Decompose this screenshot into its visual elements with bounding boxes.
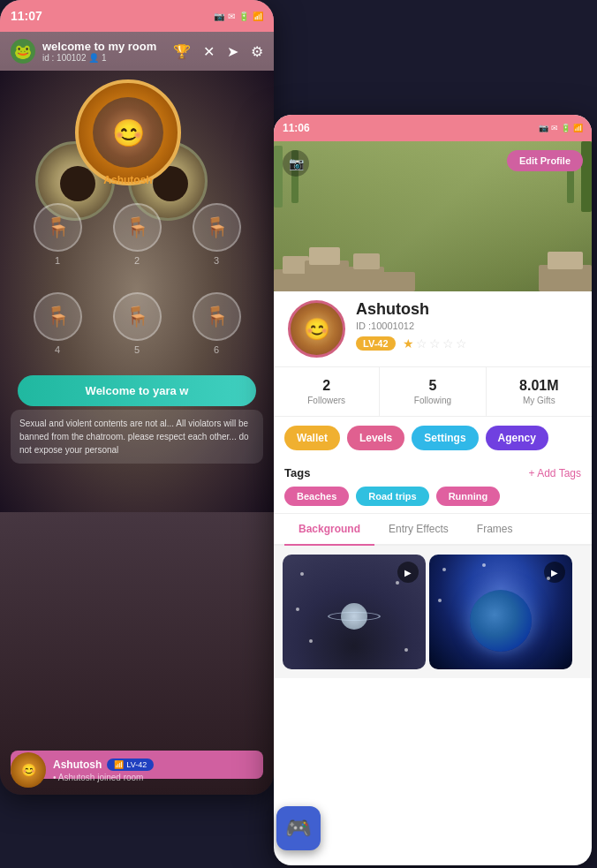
- profile-info-section: 😊 Ashutosh ID :10001012 LV-42 ★ ☆ ☆ ☆ ☆: [274, 291, 592, 366]
- notice-box: Sexual and violent contents are not al..…: [11, 410, 263, 464]
- profile-avatar-wrap: 😊: [288, 300, 345, 358]
- settings-button[interactable]: Settings: [412, 426, 478, 450]
- add-tags-button[interactable]: + Add Tags: [529, 467, 582, 479]
- play-button-1[interactable]: ▶: [397, 562, 419, 583]
- profile-avatar: 😊: [288, 300, 345, 358]
- share-icon[interactable]: ➤: [227, 43, 238, 60]
- room-host-avatar: 🐸: [11, 39, 35, 64]
- tags-list: Beaches Road trips Running: [284, 487, 581, 506]
- host-name: Ashutosh: [103, 174, 152, 186]
- game-controller-icon[interactable]: 🎮: [276, 806, 321, 850]
- join-user-avatar: 😊: [11, 752, 46, 788]
- front-phone: 11:06 📷✉🔋📶 📷 Edit Profile: [274, 115, 592, 865]
- profile-id: ID :10001012: [356, 321, 578, 331]
- seat-row-2: 🪑 4 🪑 5 🪑 6: [18, 292, 256, 355]
- agency-button[interactable]: Agency: [486, 426, 548, 450]
- stat-followers[interactable]: 2 Followers: [274, 367, 380, 416]
- stat-gifts[interactable]: 8.01M My Gifts: [487, 367, 592, 416]
- join-sub-text: • Ashutosh joined room: [53, 773, 154, 782]
- room-header: 🐸 welcome to my room id : 100102 👤 1 🏆 ✕…: [0, 32, 274, 71]
- join-text-area: Ashutosh 📶 LV-42 • Ashutosh joined room: [53, 759, 154, 782]
- profile-name: Ashutosh: [356, 300, 578, 319]
- room-content: 😊 Ashutosh 🪑 1 🪑 2 🪑 3: [0, 71, 274, 512]
- seat-4[interactable]: 🪑 4: [34, 292, 82, 355]
- room-id: id : 100102 👤 1: [42, 53, 156, 63]
- room-header-left: 🐸 welcome to my room id : 100102 👤 1: [11, 39, 156, 64]
- camera-icon[interactable]: 📷: [283, 150, 309, 177]
- front-status-icons: 📷✉🔋📶: [539, 124, 583, 132]
- back-time: 11:07: [11, 9, 42, 23]
- room-title: welcome to my room: [42, 40, 156, 53]
- tab-frames[interactable]: Frames: [463, 514, 527, 546]
- wallet-button[interactable]: Wallet: [284, 426, 340, 450]
- stats-row: 2 Followers 5 Following 8.01M My Gifts: [274, 366, 592, 417]
- back-phone: 11:07 📷✉🔋📶 🐸 welcome to my room id : 100…: [0, 0, 274, 795]
- gifts-value: 8.01M: [490, 378, 588, 394]
- close-icon[interactable]: ✕: [203, 43, 215, 60]
- star-rating: ★ ☆ ☆ ☆ ☆: [403, 336, 467, 351]
- front-status-bar: 11:06 📷✉🔋📶: [274, 115, 592, 141]
- profile-details: Ashutosh ID :10001012 LV-42 ★ ☆ ☆ ☆ ☆: [356, 300, 578, 351]
- join-username: Ashutosh: [53, 759, 102, 771]
- tags-section: Tags + Add Tags Beaches Road trips Runni…: [274, 459, 592, 514]
- followers-label: Followers: [277, 396, 375, 405]
- seat-6[interactable]: 🪑 6: [193, 292, 241, 355]
- front-time: 11:06: [283, 122, 310, 134]
- signal-level-badge: 📶 LV-42: [107, 759, 154, 771]
- tag-road-trips[interactable]: Road trips: [356, 487, 428, 506]
- host-avatar: 😊 Ashutosh: [75, 79, 190, 194]
- action-buttons-row: Wallet Levels Settings Agency: [274, 417, 592, 459]
- following-label: Following: [383, 396, 481, 405]
- room-title-area: welcome to my room id : 100102 👤 1: [42, 40, 156, 63]
- seat-row-1: 🪑 1 🪑 2 🪑 3: [18, 203, 256, 266]
- seat-1[interactable]: 🪑 1: [34, 203, 82, 266]
- room-header-actions: 🏆 ✕ ➤ ⚙: [173, 43, 263, 60]
- trophy-icon[interactable]: 🏆: [173, 43, 191, 60]
- back-status-bar: 11:07 📷✉🔋📶: [0, 0, 274, 32]
- join-message: 😊 Ashutosh 📶 LV-42 • Ashutosh joined roo…: [0, 745, 274, 795]
- seat-2[interactable]: 🪑 2: [113, 203, 162, 266]
- followers-value: 2: [277, 378, 375, 394]
- level-badge: LV-42: [356, 336, 396, 351]
- settings-icon[interactable]: ⚙: [251, 43, 263, 60]
- profile-header-image: 📷 Edit Profile: [274, 141, 592, 291]
- bg-thumbnail-2[interactable]: ▶: [429, 555, 572, 669]
- seat-5[interactable]: 🪑 5: [113, 292, 162, 355]
- tag-running[interactable]: Running: [436, 487, 501, 506]
- back-status-icons: 📷✉🔋📶: [214, 11, 263, 21]
- bg-thumbnail-1[interactable]: ▶: [283, 555, 426, 669]
- profile-level-row: LV-42 ★ ☆ ☆ ☆ ☆: [356, 336, 578, 351]
- following-value: 5: [383, 378, 481, 394]
- profile-tabs: Background Entry Effects Frames: [274, 514, 592, 546]
- tab-entry-effects[interactable]: Entry Effects: [374, 514, 463, 546]
- seat-3[interactable]: 🪑 3: [193, 203, 241, 266]
- tag-beaches[interactable]: Beaches: [284, 487, 349, 506]
- notice-text: Sexual and violent contents are not al..…: [19, 417, 254, 457]
- gifts-label: My Gifts: [490, 396, 588, 405]
- background-grid: ▶ ▶: [274, 546, 592, 678]
- levels-button[interactable]: Levels: [347, 426, 404, 450]
- tags-title: Tags: [284, 466, 310, 479]
- stat-following[interactable]: 5 Following: [380, 367, 486, 416]
- seat-grid: 🪑 1 🪑 2 🪑 3 🪑 4 🪑 5: [18, 203, 256, 381]
- edit-profile-button[interactable]: Edit Profile: [507, 150, 583, 171]
- tab-background[interactable]: Background: [284, 514, 374, 546]
